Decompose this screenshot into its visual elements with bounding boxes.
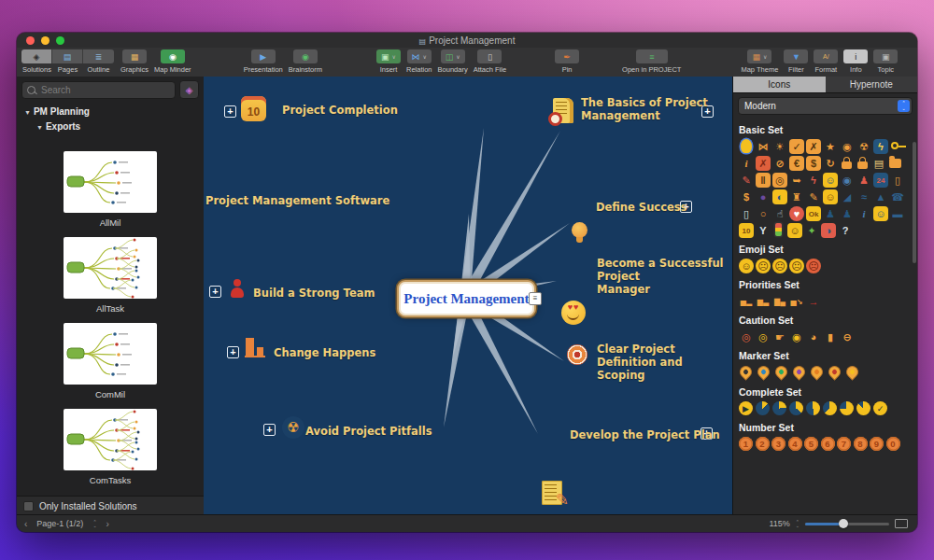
mindmap-canvas[interactable]: +10Project Completion+The Basics of Proj… — [204, 77, 733, 515]
toolbar-button-pin[interactable]: ✒Pin — [555, 49, 579, 74]
fit-screen-icon[interactable] — [895, 519, 908, 528]
info-icon[interactable]: i — [739, 156, 754, 171]
star-icon[interactable]: ★ — [823, 139, 838, 154]
priority-arrow-icon[interactable]: → — [806, 294, 821, 309]
topic-team[interactable]: Build a Strong Team — [253, 287, 375, 300]
pause-icon[interactable]: ‖ — [756, 173, 771, 188]
pointing-hand-icon[interactable]: ☛ — [772, 329, 787, 344]
money-hand-icon[interactable]: $ — [739, 189, 754, 204]
heart-pin-icon[interactable]: ♥ — [789, 206, 804, 221]
euro-note-icon[interactable]: € — [789, 156, 804, 171]
minus-badge-icon[interactable]: ⊖ — [840, 329, 855, 344]
emoji-angry-icon[interactable]: ☹ — [806, 259, 821, 273]
pin-document-icon[interactable]: ◎ — [772, 173, 787, 188]
shirt-icon[interactable]: Y — [756, 223, 771, 238]
expand-button-completion[interactable]: + — [224, 105, 236, 118]
zoom-button[interactable] — [56, 36, 64, 45]
traffic-light-icon[interactable] — [775, 223, 782, 236]
24-hours-icon[interactable]: 24 — [873, 173, 888, 188]
topic-basics[interactable]: The Basics of Project Management — [581, 96, 708, 122]
tent-icon[interactable]: ▲ — [873, 189, 888, 204]
number-4-icon[interactable]: 4 — [788, 437, 802, 451]
lock-icon[interactable] — [842, 161, 852, 169]
toolbar-button-map-minder[interactable]: ◉Map Minder — [154, 49, 191, 74]
topic-define[interactable]: Define Success — [596, 201, 686, 214]
toolbar-button-brainstorm[interactable]: ◉Brainstorm — [289, 49, 322, 74]
face-hero-icon[interactable]: ☺ — [873, 206, 888, 221]
marker-pin-icon[interactable] — [755, 363, 771, 380]
center-topic[interactable]: Project Management≡ — [397, 280, 536, 317]
stop-sign-icon[interactable]: ✗ — [756, 156, 771, 171]
cloud-question-icon[interactable]: ? — [838, 223, 853, 238]
expand-button-change[interactable]: + — [227, 346, 239, 358]
face-sunglasses-icon[interactable]: ☺ — [823, 173, 838, 188]
eye-icon[interactable]: ◉ — [840, 173, 855, 188]
lightbulb-icon[interactable] — [741, 139, 752, 153]
no-entry-icon[interactable]: ⊘ — [772, 156, 787, 171]
solutions-panel-button[interactable]: ◈ — [179, 80, 199, 99]
door-icon[interactable]: ▯ — [890, 173, 905, 188]
radiation-icon[interactable]: ☢ — [856, 139, 871, 154]
award-icon[interactable]: ◉ — [840, 139, 855, 154]
priority-medium-icon[interactable]: ▆▃ — [756, 294, 771, 309]
progress-37.5-icon[interactable] — [789, 401, 803, 415]
progress-87.5-icon[interactable] — [856, 401, 870, 415]
progress-start-icon[interactable]: ▶ — [739, 401, 753, 415]
emoji-happy-icon[interactable]: ☺ — [739, 259, 754, 273]
topic-avoid[interactable]: Avoid Project Pitfalls — [305, 425, 432, 438]
progress-50-icon[interactable] — [806, 401, 820, 415]
toolbar-button-insert[interactable]: ▣∨Insert — [376, 49, 401, 74]
toolbar-button-info[interactable]: iInfo — [843, 49, 868, 74]
number-8-icon[interactable]: 8 — [854, 437, 868, 451]
collapse-button[interactable]: ≡ — [529, 292, 542, 305]
document-target-icon[interactable]: ▤ — [871, 156, 886, 171]
unlock-icon[interactable] — [857, 161, 868, 169]
bed-icon[interactable]: ▬ — [890, 206, 905, 221]
tab-icons[interactable]: Icons — [733, 77, 826, 92]
number-3-icon[interactable]: 3 — [771, 437, 785, 451]
folder-icon[interactable] — [889, 159, 901, 168]
panel-scrollbar[interactable] — [913, 142, 916, 263]
hand-key-icon[interactable]: ➥ — [789, 173, 804, 188]
toolbar-button-topic[interactable]: ▣Topic — [873, 49, 898, 74]
cross-icon[interactable]: ✗ — [806, 139, 821, 154]
next-page-button[interactable]: › — [106, 519, 109, 529]
only-installed-checkbox[interactable] — [23, 501, 34, 511]
toolbar-button-solutions[interactable]: ◈Solutions — [21, 49, 52, 74]
toolbar-button-format[interactable]: A/Format — [814, 49, 838, 74]
number-9-icon[interactable]: 9 — [870, 437, 884, 451]
priority-low-icon[interactable]: ▇▄ — [772, 294, 787, 309]
tree-item-exports[interactable]: ▼Exports — [24, 119, 204, 134]
number-1-icon[interactable]: 1 — [739, 437, 753, 451]
topic-change[interactable]: Change Happens — [274, 346, 375, 359]
thumbnail-alltask[interactable]: AllTask — [64, 237, 157, 314]
chart-down-icon[interactable]: ◢ — [840, 189, 855, 204]
toolbar-button-graphics[interactable]: ▦Graphics — [120, 49, 149, 74]
flashlight-icon[interactable]: ▮ — [823, 329, 838, 344]
tree-item-pm-planning[interactable]: ▼PM Planning — [24, 105, 204, 119]
thumbnail-commil[interactable]: ComMil — [64, 323, 157, 399]
building-icon[interactable]: ♜ — [789, 189, 804, 204]
marker-pin-icon[interactable] — [826, 363, 842, 380]
toolbar-button-filter[interactable]: ▼Filter — [784, 49, 808, 74]
target-yellow-icon[interactable]: ◎ — [756, 329, 771, 344]
expand-button-team[interactable]: + — [209, 286, 221, 298]
info-blue-icon[interactable]: i — [856, 206, 871, 221]
page-stepper-icon[interactable]: ⌃⌄ — [92, 520, 96, 527]
toolbar-button-outline[interactable]: ≣Outline — [83, 49, 114, 74]
bolt-red-icon[interactable]: ϟ — [806, 173, 821, 188]
zoom-slider[interactable] — [805, 523, 889, 525]
mobile-icon[interactable]: ▯ — [739, 206, 754, 221]
number-5-icon[interactable]: 5 — [804, 437, 818, 451]
topic-completion[interactable]: Project Completion — [282, 104, 398, 117]
check-icon[interactable]: ✓ — [789, 139, 804, 154]
dollar-note-icon[interactable]: $ — [806, 156, 821, 171]
progress-done-icon[interactable]: ✓ — [873, 401, 887, 415]
pointer-hand-icon[interactable]: ☝ — [772, 206, 787, 221]
topic-develop[interactable]: Develop the Project Plan — [570, 428, 720, 441]
number-0-icon[interactable]: 0 — [886, 437, 900, 451]
emoji-unsure-icon[interactable]: ☹ — [756, 259, 771, 273]
zoom-stepper-icon[interactable]: ⌃⌄ — [796, 520, 800, 527]
runner-icon[interactable]: ✦ — [804, 223, 819, 238]
marker-pin-icon[interactable] — [772, 363, 789, 380]
